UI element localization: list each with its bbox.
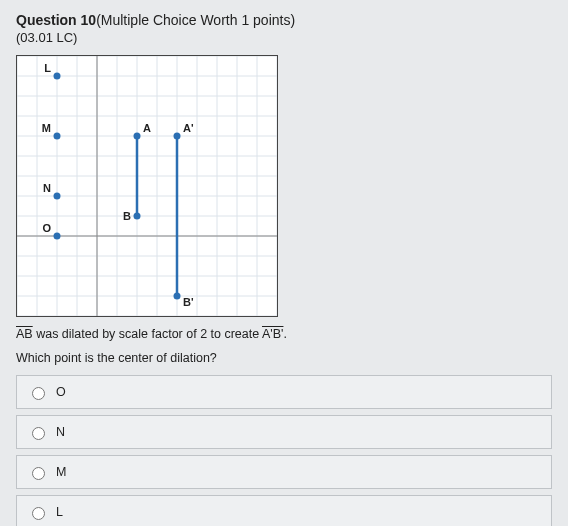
question-statement: AB was dilated by scale factor of 2 to c… [16,327,552,341]
segment-aprime-bprime: A'B' [262,327,283,341]
svg-text:A: A [143,122,151,134]
radio-o[interactable] [32,387,45,400]
choice-label: O [56,385,66,399]
statement-mid: was dilated by scale factor of 2 to crea… [33,327,262,341]
svg-point-40 [134,133,141,140]
svg-text:A': A' [183,122,194,134]
choice-m[interactable]: M [16,455,552,489]
radio-n[interactable] [32,427,45,440]
svg-point-38 [54,233,61,240]
svg-point-46 [174,293,181,300]
choice-label: M [56,465,66,479]
statement-tail: . [283,327,286,341]
svg-point-34 [54,133,61,140]
svg-text:B': B' [183,296,194,308]
svg-point-32 [54,73,61,80]
radio-m[interactable] [32,467,45,480]
choice-label: L [56,505,63,519]
svg-text:L: L [44,62,51,74]
question-header: Question 10(Multiple Choice Worth 1 poin… [16,12,552,28]
svg-point-36 [54,193,61,200]
question-meta: (Multiple Choice Worth 1 points) [96,12,295,28]
svg-text:B: B [123,210,131,222]
question-number: Question 10 [16,12,96,28]
question-subcode: (03.01 LC) [16,30,552,45]
svg-text:M: M [42,122,51,134]
choice-label: N [56,425,65,439]
choice-l[interactable]: L [16,495,552,526]
question-prompt: Which point is the center of dilation? [16,351,552,365]
choice-o[interactable]: O [16,375,552,409]
svg-text:O: O [42,222,51,234]
segment-ab: AB [16,327,33,341]
dilation-chart: LMNOABA'B' [16,55,278,317]
choice-list: O N M L [16,375,552,526]
choice-n[interactable]: N [16,415,552,449]
svg-point-42 [134,213,141,220]
svg-point-44 [174,133,181,140]
svg-text:N: N [43,182,51,194]
radio-l[interactable] [32,507,45,520]
